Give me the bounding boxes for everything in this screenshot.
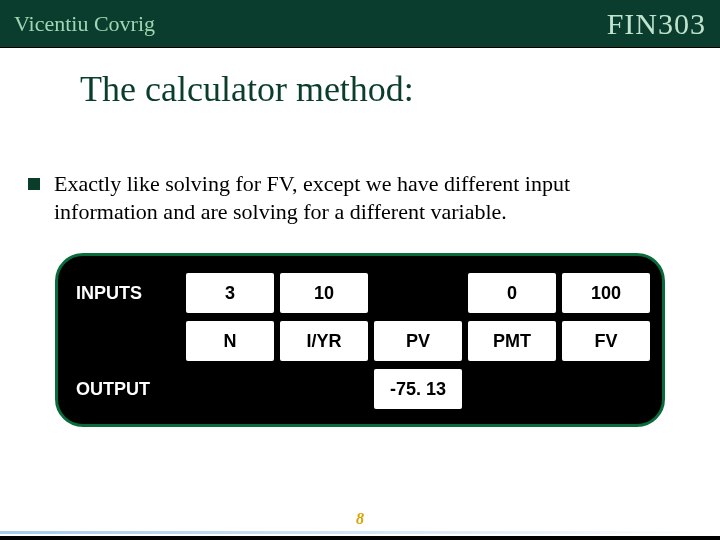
inputs-label: INPUTS xyxy=(70,283,180,304)
page-number: 8 xyxy=(0,510,720,528)
square-bullet-icon xyxy=(28,178,40,190)
calculator-grid: INPUTS 3 10 0 100 N I/YR PV PMT FV OUTPU… xyxy=(74,272,646,410)
author-name: Vicentiu Covrig xyxy=(14,11,155,37)
output-fv-blank xyxy=(562,369,650,409)
calculator-panel: INPUTS 3 10 0 100 N I/YR PV PMT FV OUTPU… xyxy=(55,253,665,427)
bullet-text: Exactly like solving for FV, except we h… xyxy=(54,170,674,225)
output-n-blank xyxy=(186,369,274,409)
input-pv-blank xyxy=(374,273,462,313)
slide-title: The calculator method: xyxy=(80,68,696,110)
output-iyr-blank xyxy=(280,369,368,409)
input-pmt-value: 0 xyxy=(468,273,556,313)
bullet-item: Exactly like solving for FV, except we h… xyxy=(24,170,696,225)
output-label: OUTPUT xyxy=(70,379,180,400)
slide-header: Vicentiu Covrig FIN303 xyxy=(0,0,720,48)
footer-divider xyxy=(0,531,720,534)
input-n-value: 3 xyxy=(186,273,274,313)
output-pv-value: -75. 13 xyxy=(374,369,462,409)
col-pmt: PMT xyxy=(468,321,556,361)
slide-body: The calculator method: Exactly like solv… xyxy=(0,48,720,536)
course-code: FIN303 xyxy=(607,7,706,41)
col-iyr: I/YR xyxy=(280,321,368,361)
input-iyr-value: 10 xyxy=(280,273,368,313)
input-fv-value: 100 xyxy=(562,273,650,313)
col-n: N xyxy=(186,321,274,361)
col-pv: PV xyxy=(374,321,462,361)
output-pmt-blank xyxy=(468,369,556,409)
col-fv: FV xyxy=(562,321,650,361)
